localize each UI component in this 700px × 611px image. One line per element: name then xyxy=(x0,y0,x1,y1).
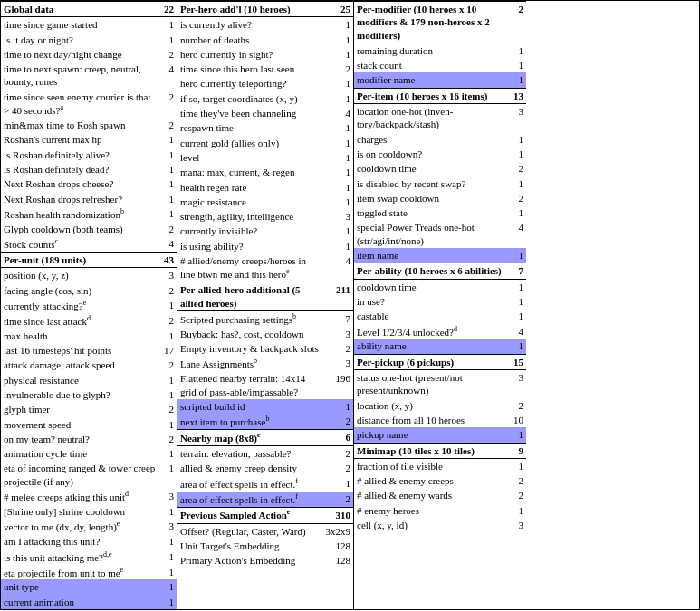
table-row: hero currently teleporting? 1 xyxy=(177,76,353,91)
row-count: 3 xyxy=(323,209,354,224)
row-text: cooldown time xyxy=(354,279,511,294)
table-row: Next Roshan drops refresher? 1 xyxy=(1,192,177,206)
table-row: is on cooldown? 1 xyxy=(354,147,526,161)
row-count: 1 xyxy=(323,136,354,150)
row-count: 1 xyxy=(323,91,354,106)
row-text: # allied & enemy creeps xyxy=(354,473,511,488)
row-text: unit type xyxy=(1,579,161,594)
row-count: 3 xyxy=(511,518,526,532)
row-text: time since last attackd xyxy=(1,313,161,329)
global-data-count: 22 xyxy=(161,2,177,17)
table-row: castable 1 xyxy=(354,309,526,323)
table-row: Glyph cooldown (both teams) 2 xyxy=(1,222,177,236)
row-text: position (x, y, z) xyxy=(1,268,161,283)
row-text: time they've been channeling xyxy=(177,106,323,120)
table-row: invulnerable due to glyph? 1 xyxy=(1,387,177,402)
table-row: glyph timer 2 xyxy=(1,402,177,416)
table-row: is currently alive? 1 xyxy=(177,17,353,33)
row-count: 1 xyxy=(161,595,177,609)
table-row-highlight: ability name 1 xyxy=(354,339,526,354)
column-1: Global data 22 time since game started 1… xyxy=(1,1,177,609)
table-row: time they've been channeling 4 xyxy=(177,106,353,120)
col2-table: Per-hero add'l (10 heroes) 25 is current… xyxy=(177,1,353,568)
row-text: next item to purchaseb xyxy=(177,414,323,429)
row-text: movement speed xyxy=(1,417,161,432)
row-count: 3x2x9 xyxy=(323,523,354,539)
row-text: magic resistance xyxy=(177,195,323,209)
row-text: Stock countsc xyxy=(1,236,161,252)
table-row: time to next spawn: creep, neutral, boun… xyxy=(1,62,177,90)
row-text: cell (x, y, id) xyxy=(354,518,511,532)
per-item-count: 13 xyxy=(511,88,526,103)
row-count: 1 xyxy=(511,132,526,147)
table-row: charges 1 xyxy=(354,132,526,147)
row-text: health regen rate xyxy=(177,180,323,195)
row-text: currently attacking?e xyxy=(1,298,161,313)
table-row: Empty inventory & backpack slots 2 xyxy=(177,341,353,356)
table-row: facing angle (cos, sin) 2 xyxy=(1,283,177,298)
row-text: Lane Assignmentsb xyxy=(177,356,323,371)
row-count: 2 xyxy=(161,222,177,236)
row-text: item name xyxy=(354,248,511,263)
row-text: Next Roshan drops refresher? xyxy=(1,192,161,206)
row-text: time since game started xyxy=(1,17,161,33)
row-count: 1 xyxy=(161,329,177,343)
row-text: time to next day/night change xyxy=(1,47,161,62)
row-count: 2 xyxy=(161,283,177,298)
table-row: Level 1/2/3/4 unlocked?d 4 xyxy=(354,324,526,339)
row-count: 1 xyxy=(161,206,177,222)
row-count: 1 xyxy=(323,399,354,414)
table-row: is it day or night? 1 xyxy=(1,33,177,47)
row-count: 3 xyxy=(511,370,526,398)
table-row: Offset? (Regular, Caster, Ward) 3x2x9 xyxy=(177,523,353,539)
row-text: in use? xyxy=(354,294,511,309)
row-text: Empty inventory & backpack slots xyxy=(177,341,323,356)
row-count: 1 xyxy=(323,224,354,238)
table-row: last 16 timesteps' hit points 17 xyxy=(1,343,177,358)
row-count: 1 xyxy=(323,165,354,179)
row-count: 2 xyxy=(511,473,526,488)
per-ability-count: 7 xyxy=(511,263,526,279)
table-row: health regen rate 1 xyxy=(177,180,353,195)
table-row: # allied & enemy wards 2 xyxy=(354,488,526,502)
table-row: am I attacking this unit? 1 xyxy=(1,534,177,549)
row-text: is on cooldown? xyxy=(354,147,511,161)
row-count: 1 xyxy=(161,461,177,489)
row-count: 10 xyxy=(511,413,526,427)
row-count: 1 xyxy=(511,72,526,88)
row-text: pickup name xyxy=(354,427,511,443)
row-text: Roshan's current max hp xyxy=(1,132,161,147)
row-text: Buyback: has?, cost, cooldown xyxy=(177,327,323,341)
row-text: # allied & enemy wards xyxy=(354,488,511,502)
row-text: mana: max, current, & regen xyxy=(177,165,323,179)
row-text: Unit Target's Embedding xyxy=(177,539,323,553)
row-count: 3 xyxy=(323,356,354,371)
row-count: 1 xyxy=(511,503,526,518)
per-hero-header: Per-hero add'l (10 heroes) 25 xyxy=(177,2,353,17)
per-modifier-header: Per-modifier (10 heroes x 10 modifiers &… xyxy=(354,2,526,43)
table-row: allied & enemy creep density 2 xyxy=(177,461,353,475)
row-text: is using ability? xyxy=(177,239,323,253)
row-count: 2 xyxy=(161,358,177,372)
row-text: # enemy heroes xyxy=(354,503,511,518)
row-text: item swap cooldown xyxy=(354,191,511,205)
table-row: animation cycle time 1 xyxy=(1,446,177,461)
row-count: 1 xyxy=(161,177,177,191)
prev-sampled-header: Previous Sampled Actione 310 xyxy=(177,507,353,523)
table-row: currently attacking?e 1 xyxy=(1,298,177,313)
row-count: 1 xyxy=(511,294,526,309)
row-count: 1 xyxy=(161,446,177,461)
row-count: 1 xyxy=(161,387,177,402)
row-count: 128 xyxy=(323,553,354,568)
row-count: 4 xyxy=(511,220,526,248)
row-count: 2 xyxy=(161,47,177,62)
row-count: 1 xyxy=(511,309,526,323)
row-text: is disabled by recent swap? xyxy=(354,177,511,191)
per-allied-header: Per-allied-hero additional (5 allied her… xyxy=(177,282,353,311)
row-text: cooldown time xyxy=(354,161,511,176)
nearby-map-title: Nearby map (8x8)e xyxy=(177,430,323,446)
row-count: 1 xyxy=(323,33,354,47)
minimap-header: Minimap (10 tiles x 10 tiles) 9 xyxy=(354,443,526,458)
row-text: modifier name xyxy=(354,72,511,88)
row-text: is Roshan definitely dead? xyxy=(1,162,161,177)
